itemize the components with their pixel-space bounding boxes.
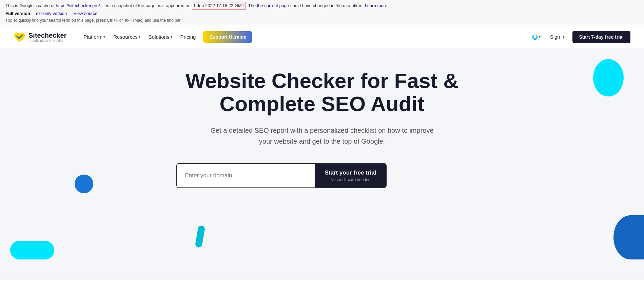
text-only-link[interactable]: Text-only version — [34, 11, 67, 16]
nav-solutions[interactable]: Solutions ▾ — [145, 32, 176, 42]
cache-suffix: . The — [246, 3, 257, 8]
cache-prefix: This is Google's cache of — [5, 3, 56, 8]
cache-suffix2: could have changed in the meantime. — [289, 3, 365, 8]
teal-shape-mid — [195, 225, 206, 248]
cta-button-main-text: Start your free trial — [325, 169, 376, 176]
logo-link[interactable]: Sitechecker Proudly made in Ukraine — [14, 31, 66, 43]
cache-date: 1 Jun 2022 17:16:23 GMT — [192, 2, 246, 10]
globe-icon: 🌐 — [532, 34, 538, 40]
logo-tagline: Proudly made in Ukraine — [28, 39, 66, 42]
hero-section: Website Checker for Fast & Complete SEO … — [0, 49, 644, 280]
full-version-link[interactable]: Full version — [5, 11, 30, 16]
blue-shape-bottom-right — [613, 215, 644, 259]
cta-box: Start your free trial No credit card nee… — [176, 163, 387, 188]
hero-content: Website Checker for Fast & Complete SEO … — [176, 69, 468, 188]
blue-shape-mid-left — [75, 175, 93, 193]
nav-resources[interactable]: Resources ▾ — [110, 32, 144, 42]
start-free-trial-button[interactable]: Start your free trial No credit card nee… — [315, 164, 386, 187]
navbar: Sitechecker Proudly made in Ukraine Plat… — [0, 25, 644, 49]
sign-in-button[interactable]: Sign in — [546, 32, 570, 42]
nav-right: 🌐 ▾ Sign in Start 7-day free trial — [529, 31, 630, 43]
domain-input[interactable] — [177, 164, 315, 187]
nav-pricing[interactable]: Pricing — [177, 32, 199, 42]
resources-chevron-icon: ▾ — [139, 35, 140, 39]
start-trial-button[interactable]: Start 7-day free trial — [572, 31, 631, 43]
globe-chevron-icon: ▾ — [539, 35, 541, 39]
hero-title: Website Checker for Fast & Complete SEO … — [176, 69, 468, 115]
nav-links: Platform ▾ Resources ▾ Solutions ▾ Prici… — [80, 31, 529, 43]
support-ukraine-button[interactable]: Support Ukraine — [203, 31, 252, 43]
cache-url[interactable]: https://sitechecker.pro/ — [56, 3, 100, 8]
teal-shape-top-right — [593, 59, 624, 96]
language-selector-button[interactable]: 🌐 ▾ — [529, 32, 543, 42]
hero-subtitle: Get a detailed SEO report with a persona… — [207, 125, 437, 147]
cache-bar: This is Google's cache of https://sitech… — [0, 0, 644, 25]
cache-middle: . It is a snapshot of the page as it app… — [100, 3, 192, 8]
logo-icon — [14, 31, 26, 43]
cache-tip: Tip: To quickly find your search term on… — [5, 18, 181, 23]
learn-more-link[interactable]: Learn more. — [365, 3, 389, 8]
solutions-chevron-icon: ▾ — [171, 35, 172, 39]
platform-chevron-icon: ▾ — [103, 35, 105, 39]
current-page-link[interactable]: the current page — [257, 3, 289, 8]
logo-name: Sitechecker — [28, 32, 66, 39]
teal-shape-bottom-left — [10, 241, 54, 259]
nav-platform[interactable]: Platform ▾ — [80, 32, 109, 42]
view-source-link[interactable]: View source — [74, 11, 98, 16]
cta-button-sub-text: No credit card needed — [330, 177, 370, 182]
